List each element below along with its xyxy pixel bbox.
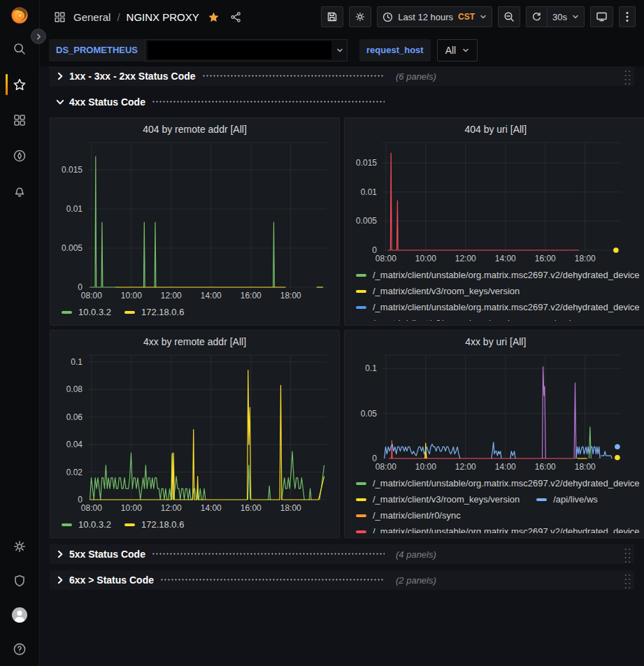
svg-text:16:00: 16:00 (535, 254, 556, 263)
svg-text:14:00: 14:00 (495, 254, 516, 263)
svg-text:08:00: 08:00 (375, 254, 396, 263)
legend-item[interactable]: /_matrix/client/v3/room_keys/version (356, 494, 520, 505)
cycle-view-mode-button[interactable] (590, 6, 613, 27)
panel-title[interactable]: 4xx by uri [All] (350, 334, 641, 349)
sidebar-item-explore[interactable] (0, 147, 39, 164)
refresh-interval-picker[interactable]: 30s (548, 6, 585, 27)
chevron-down-icon (56, 98, 64, 106)
zoom-out-button[interactable] (498, 6, 520, 27)
dashboard-settings-button[interactable] (349, 6, 371, 27)
sidebar-item-configuration[interactable] (0, 538, 39, 555)
time-range-picker[interactable]: Last 12 hours CST (377, 6, 492, 27)
breadcrumb: General / NGINX PROXY (54, 11, 242, 23)
svg-text:16:00: 16:00 (241, 503, 262, 513)
breadcrumb-folder[interactable]: General (73, 11, 110, 23)
svg-text:12:00: 12:00 (455, 462, 476, 472)
chevron-down-icon (336, 47, 343, 54)
series-color-dash (356, 514, 366, 517)
sidebar-item-profile[interactable] (0, 607, 39, 623)
sidebar-item-dashboards[interactable] (0, 112, 39, 129)
chart-404-by-uri[interactable]: 00.0050.010.01508:0010:0012:0014:0016:00… (350, 137, 641, 265)
series-color-dash (356, 498, 366, 501)
legend-item[interactable]: /_matrix/client/v3/room_keys/version (356, 286, 520, 296)
panel-legend: /_matrix/client/unstable/org.matrix.msc2… (350, 473, 641, 533)
legend-item[interactable]: /_matrix/client/unstable/org.matrix.msc2… (356, 270, 640, 280)
menu-expand-button[interactable] (31, 29, 46, 44)
legend-label: 10.0.3.2 (78, 307, 111, 317)
chart-4xx-by-remote-addr[interactable]: 00.020.040.060.080.108:0010:0012:0014:00… (56, 349, 334, 514)
legend-item[interactable]: /_matrix/client/r0/sync (356, 510, 461, 521)
variable-ds-prometheus: DS_PROMETHEUS (49, 39, 348, 61)
svg-text:08:00: 08:00 (81, 503, 102, 513)
nav-sidebar (0, 0, 40, 666)
panel-legend: 10.0.3.2172.18.0.6 (56, 514, 334, 533)
row-drag-handle[interactable] (624, 546, 631, 563)
variable-label-request-host: request_host (359, 39, 431, 61)
sidebar-item-starred[interactable] (0, 76, 39, 93)
variable-value-ds-prometheus[interactable] (145, 39, 348, 61)
refresh-interval-label: 30s (552, 12, 567, 22)
share-icon[interactable] (230, 11, 242, 23)
legend-item[interactable]: /_matrix/client/unstable/org.matrix.msc2… (356, 526, 640, 533)
legend-item[interactable]: /sw.js (536, 318, 575, 321)
sidebar-item-help[interactable] (0, 641, 39, 658)
favorite-star-icon[interactable] (208, 11, 220, 23)
svg-text:0.01: 0.01 (361, 187, 378, 197)
refresh-button[interactable] (526, 6, 548, 27)
svg-text:18:00: 18:00 (280, 503, 301, 513)
row-1xx-3xx-2xx[interactable]: 1xx - 3xx - 2xx Status Code (6 panels) (50, 66, 634, 86)
user-avatar (11, 607, 28, 623)
sidebar-item-search[interactable] (0, 41, 39, 57)
svg-text:0.1: 0.1 (365, 363, 377, 373)
row-4xx[interactable]: 4xx Status Code (50, 92, 634, 112)
legend-item[interactable]: /_matrix/client/unstable/org.matrix.msc2… (356, 478, 640, 488)
legend-label: /_matrix/client/v3/room_keys/version (373, 494, 520, 505)
sidebar-item-alerting[interactable] (0, 183, 39, 200)
refresh-button-group: 30s (526, 6, 585, 27)
legend-label: /_matrix/client/unstable/org.matrix.msc2… (373, 526, 640, 533)
svg-text:0.005: 0.005 (62, 243, 83, 253)
svg-text:12:00: 12:00 (455, 254, 476, 263)
legend-item[interactable]: 10.0.3.2 (62, 519, 111, 530)
grafana-logo[interactable] (0, 7, 39, 24)
svg-text:0.015: 0.015 (356, 158, 377, 168)
sidebar-item-server-admin[interactable] (0, 572, 39, 589)
variable-value-request-host[interactable]: All (437, 39, 478, 61)
row-panel-count: (2 panels) (396, 575, 436, 586)
svg-text:0.08: 0.08 (66, 384, 83, 394)
breadcrumb-dashboard-title[interactable]: NGINX PROXY (127, 11, 199, 23)
dashboards-grid-icon (13, 113, 27, 127)
shield-icon (13, 574, 27, 588)
row-drag-handle[interactable] (624, 68, 631, 85)
save-icon (327, 11, 338, 22)
row-drag-handle[interactable] (624, 572, 631, 588)
panel-title[interactable]: 4xx by remote addr [All] (56, 334, 334, 349)
submenu-bar: DS_PROMETHEUS request_host All (40, 34, 644, 66)
chevron-right-icon (56, 550, 64, 558)
legend-item[interactable]: 172.18.0.6 (124, 519, 184, 530)
panels-grid: 404 by remote addr [All] 00.0050.010.015… (50, 117, 634, 538)
chart-4xx-by-uri[interactable]: 00.050.108:0010:0012:0014:0016:0018:00 (350, 349, 641, 473)
chevron-right-icon (36, 34, 42, 40)
more-menu-button[interactable] (619, 6, 636, 27)
svg-text:14:00: 14:00 (201, 291, 222, 301)
legend-label: /_matrix/client/unstable/org.matrix.msc2… (373, 478, 640, 488)
panel-title[interactable]: 404 by uri [All] (350, 122, 641, 137)
row-title: 4xx Status Code (69, 96, 145, 108)
svg-text:0.1: 0.1 (71, 357, 83, 367)
chart-404-by-remote-addr[interactable]: 00.0050.010.01508:0010:0012:0014:0016:00… (56, 137, 334, 302)
row-5xx[interactable]: 5xx Status Code (4 panels) (50, 544, 634, 564)
svg-text:0.005: 0.005 (356, 216, 377, 226)
legend-item[interactable]: 10.0.3.2 (62, 307, 111, 317)
panel-title[interactable]: 404 by remote addr [All] (56, 122, 334, 137)
legend-item[interactable]: /_matrix/client/v3/room_keys/version (356, 318, 520, 321)
panel-legend: 10.0.3.2172.18.0.6 (56, 302, 334, 321)
row-panel-count: (4 panels) (396, 549, 436, 560)
variable-request-host: request_host All (359, 39, 478, 61)
save-dashboard-button[interactable] (321, 6, 343, 27)
legend-item[interactable]: 172.18.0.6 (124, 307, 184, 317)
bell-icon (13, 184, 27, 198)
row-6xx[interactable]: 6xx > Status Code (2 panels) (50, 570, 634, 590)
legend-item[interactable]: /api/live/ws (536, 494, 598, 505)
legend-item[interactable]: /_matrix/client/unstable/org.matrix.msc2… (356, 302, 640, 312)
